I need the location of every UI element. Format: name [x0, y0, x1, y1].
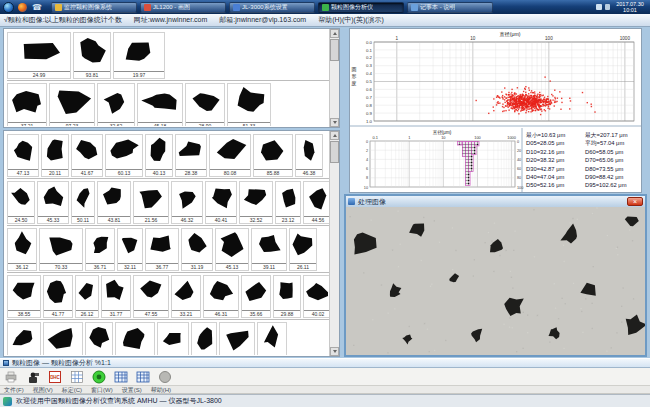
- particle-cell[interactable]: 45.18: [137, 83, 183, 126]
- app-help-links[interactable]: 帮助(H)(中)(英)(演示): [318, 15, 384, 25]
- particle-cell[interactable]: 34.12: [7, 322, 41, 355]
- particle-cell[interactable]: 28.38: [175, 134, 207, 177]
- particle-size-label: 50.11: [72, 216, 94, 223]
- particle-cell[interactable]: 31.19: [181, 228, 213, 271]
- taskbar-button[interactable]: JL1200 - 画图: [140, 2, 226, 13]
- menu-item-0[interactable]: 文件(F): [4, 386, 24, 394]
- particle-cell[interactable]: 41.77: [43, 275, 73, 318]
- particle-cell[interactable]: 47.55: [133, 275, 169, 318]
- particle-cell[interactable]: 24.50: [7, 181, 35, 224]
- data-table-icon[interactable]: [114, 370, 128, 384]
- svg-text:0.9: 0.9: [366, 111, 373, 116]
- particle-cell[interactable]: 40.41: [205, 181, 237, 224]
- particle-cell[interactable]: 29.88: [273, 275, 301, 318]
- browser-icon[interactable]: [18, 3, 27, 12]
- particle-silhouette: [146, 135, 172, 165]
- particle-cell[interactable]: 43.91: [43, 322, 83, 355]
- taskbar-button[interactable]: 记事本 - 说明: [407, 2, 493, 13]
- particle-cell[interactable]: 35.66: [241, 275, 271, 318]
- particle-cell[interactable]: 32.52: [239, 181, 273, 224]
- particle-cell[interactable]: 40.02: [303, 275, 329, 318]
- print-icon[interactable]: [4, 370, 18, 384]
- particle-cell[interactable]: 32.11: [117, 228, 143, 271]
- particle-cell[interactable]: 40.13: [145, 134, 173, 177]
- record-gray-icon[interactable]: [158, 370, 172, 384]
- particle-cell[interactable]: 26.11: [289, 228, 317, 271]
- particle-cell[interactable]: 51.23: [115, 322, 155, 355]
- scrollbar-vertical[interactable]: [329, 131, 339, 356]
- taskbar-button[interactable]: 颗粒图像分析仪: [318, 2, 404, 13]
- particle-cell[interactable]: 43.81: [97, 181, 131, 224]
- scroll-down-button[interactable]: [330, 347, 339, 356]
- particle-cell[interactable]: 33.21: [171, 275, 201, 318]
- particle-cell[interactable]: 20.11: [41, 134, 69, 177]
- particle-silhouette: [276, 182, 300, 212]
- particle-silhouette: [76, 276, 98, 306]
- scroll-down-button[interactable]: [330, 118, 339, 127]
- particle-cell[interactable]: 21.56: [133, 181, 169, 224]
- taskbar-button[interactable]: 监控颗粒图像系统: [51, 2, 137, 13]
- volume-tray-icon[interactable]: [605, 4, 610, 10]
- close-icon[interactable]: ×: [627, 197, 643, 206]
- particle-cell[interactable]: 45.33: [37, 181, 69, 224]
- particle-cell[interactable]: 44.56: [303, 181, 329, 224]
- particle-cell[interactable]: 24.99: [7, 32, 71, 79]
- particle-cell[interactable]: 85.88: [253, 134, 293, 177]
- menu-item-5[interactable]: 帮助(H): [151, 386, 171, 394]
- particle-cell[interactable]: 27.45: [191, 322, 217, 355]
- particle-cell[interactable]: 32.62: [97, 83, 135, 126]
- minimized-document-label: 颗粒图像 — 颗粒图像分析 %1:1: [12, 358, 111, 368]
- menu-item-4[interactable]: 设置(S): [122, 386, 142, 394]
- particle-cell[interactable]: 60.13: [105, 134, 143, 177]
- dhc-file-icon[interactable]: DHC: [48, 370, 62, 384]
- scrollbar-vertical[interactable]: [329, 29, 339, 127]
- data-table-alt-icon[interactable]: [136, 370, 150, 384]
- particle-cell[interactable]: 31.77: [101, 275, 131, 318]
- particle-size-label: 39.11: [252, 263, 286, 270]
- scroll-up-button[interactable]: [330, 29, 339, 38]
- particle-cell[interactable]: 51.33: [227, 83, 271, 126]
- particle-cell[interactable]: 46.31: [203, 275, 239, 318]
- particle-cell[interactable]: 36.71: [85, 228, 115, 271]
- particle-cell[interactable]: 47.13: [7, 134, 39, 177]
- particle-cell[interactable]: 23.12: [275, 181, 301, 224]
- particle-cell[interactable]: 93.81: [73, 32, 111, 79]
- scroll-up-button[interactable]: [330, 131, 339, 140]
- particle-cell[interactable]: 19.97: [113, 32, 165, 79]
- language-tray-icon[interactable]: [596, 4, 602, 10]
- particle-size-label: 40.41: [206, 216, 236, 223]
- particle-cell[interactable]: 37.21: [7, 83, 47, 126]
- particle-cell[interactable]: 46.38: [295, 134, 323, 177]
- particle-cell[interactable]: 50.11: [71, 181, 95, 224]
- particle-cell[interactable]: 44.12: [219, 322, 255, 355]
- grid-file-icon[interactable]: [70, 370, 84, 384]
- capture-icon[interactable]: [26, 370, 40, 384]
- scrollbar-thumb[interactable]: [330, 39, 339, 61]
- particle-cell[interactable]: 45.13: [215, 228, 249, 271]
- phone-icon[interactable]: ☎: [32, 3, 42, 12]
- minimized-document-bar[interactable]: 颗粒图像 — 颗粒图像分析 %1:1: [0, 358, 650, 368]
- particle-cell[interactable]: 38.55: [7, 275, 41, 318]
- menu-item-1[interactable]: 视图(V): [33, 386, 53, 394]
- particle-cell[interactable]: 36.55: [257, 322, 287, 355]
- particle-cell[interactable]: 80.08: [209, 134, 251, 177]
- start-green-icon[interactable]: [92, 370, 106, 384]
- particle-cell[interactable]: 29.77: [85, 322, 113, 355]
- particle-cell[interactable]: 36.77: [145, 228, 179, 271]
- particle-cell[interactable]: 39.11: [251, 228, 287, 271]
- particle-cell[interactable]: 28.90: [185, 83, 225, 126]
- menu-item-3[interactable]: 窗口(W): [91, 386, 113, 394]
- particle-cell[interactable]: 46.32: [171, 181, 203, 224]
- particle-cell[interactable]: 70.33: [39, 228, 83, 271]
- particle-cell[interactable]: 36.12: [7, 228, 37, 271]
- particle-cell[interactable]: 97.23: [49, 83, 95, 126]
- taskbar-button[interactable]: JL-3000系统设置: [229, 2, 315, 13]
- taskbar-clock[interactable]: 2017.07.30 10:01: [613, 1, 647, 13]
- start-button[interactable]: [3, 2, 14, 13]
- particle-cell[interactable]: 26.12: [75, 275, 99, 318]
- image-window-titlebar[interactable]: 处理图像 ×: [346, 196, 645, 207]
- menu-item-2[interactable]: 标定(C): [62, 386, 82, 394]
- particle-cell[interactable]: 38.90: [157, 322, 189, 355]
- particle-cell[interactable]: 41.67: [71, 134, 103, 177]
- scrollbar-thumb[interactable]: [330, 141, 339, 163]
